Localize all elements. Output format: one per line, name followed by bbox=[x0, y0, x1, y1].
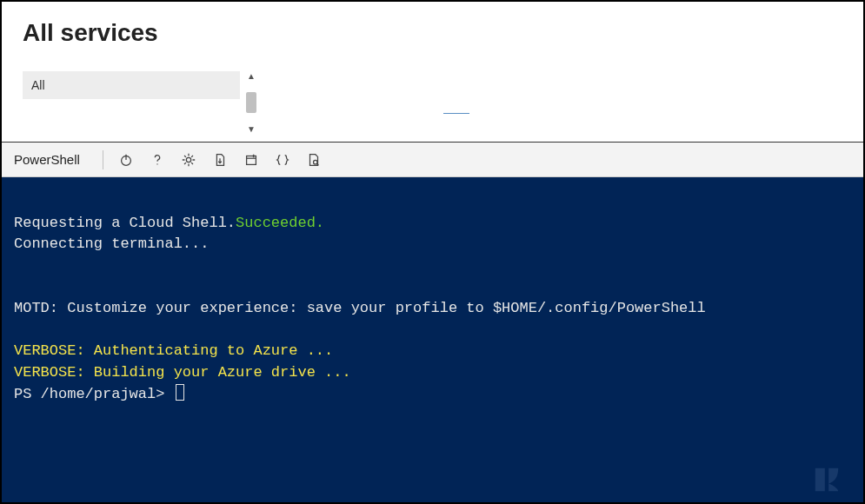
upload-download-button[interactable] bbox=[208, 148, 232, 172]
divider bbox=[103, 150, 103, 169]
svg-point-3 bbox=[186, 157, 190, 162]
shell-label: PowerShell bbox=[14, 152, 80, 167]
svg-point-8 bbox=[313, 160, 317, 164]
scrollbar[interactable]: ▲ ▼ bbox=[243, 71, 259, 134]
restart-button[interactable] bbox=[114, 148, 138, 172]
file-transfer-icon bbox=[212, 152, 228, 168]
terminal-verbose: VERBOSE: Authenticating to Azure ... bbox=[14, 342, 333, 359]
page-title: All services bbox=[23, 19, 842, 47]
scroll-thumb[interactable] bbox=[246, 92, 256, 113]
braces-icon bbox=[275, 152, 290, 168]
terminal-status: Succeeded. bbox=[236, 215, 324, 231]
terminal-line: Requesting a Cloud Shell. bbox=[14, 215, 236, 231]
link-underline bbox=[443, 113, 469, 114]
cursor-icon bbox=[176, 384, 184, 401]
new-session-button[interactable] bbox=[239, 148, 263, 172]
services-panel: All services All ▲ ▼ bbox=[2, 2, 863, 143]
settings-button[interactable] bbox=[176, 148, 201, 172]
svg-point-2 bbox=[156, 163, 157, 164]
new-window-icon bbox=[243, 152, 259, 168]
shell-type-selector[interactable]: PowerShell bbox=[14, 152, 92, 167]
scroll-up-arrow-icon[interactable]: ▲ bbox=[247, 71, 256, 81]
svg-rect-4 bbox=[246, 156, 256, 164]
file-search-icon bbox=[306, 152, 322, 168]
power-icon bbox=[118, 152, 134, 168]
category-filter-dropdown[interactable]: All bbox=[23, 71, 240, 99]
filter-value: All bbox=[31, 78, 45, 92]
terminal-line: Connecting terminal... bbox=[14, 235, 209, 252]
filter-row: All ▲ ▼ bbox=[23, 71, 842, 134]
cloud-shell-toolbar: PowerShell bbox=[2, 143, 863, 177]
terminal-verbose: VERBOSE: Building your Azure drive ... bbox=[14, 364, 351, 381]
gear-icon bbox=[181, 152, 196, 168]
help-icon bbox=[150, 152, 165, 168]
terminal[interactable]: Requesting a Cloud Shell.Succeeded. Conn… bbox=[2, 177, 863, 502]
help-button[interactable] bbox=[145, 148, 170, 172]
preview-button[interactable] bbox=[302, 148, 326, 172]
watermark-logo bbox=[808, 461, 846, 499]
terminal-motd: MOTD: Customize your experience: save yo… bbox=[14, 300, 706, 316]
terminal-prompt: PS /home/prajwal> bbox=[14, 386, 164, 402]
editor-button[interactable] bbox=[270, 148, 295, 172]
scroll-down-arrow-icon[interactable]: ▼ bbox=[247, 124, 256, 134]
